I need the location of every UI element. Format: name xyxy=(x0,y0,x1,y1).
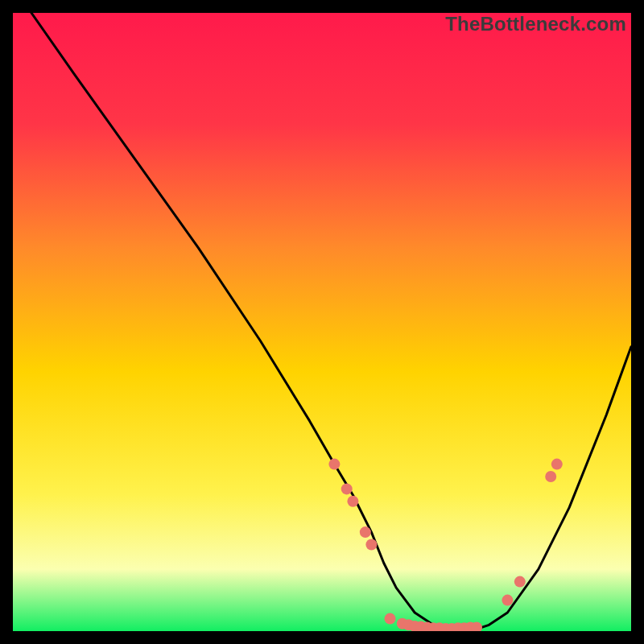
data-point xyxy=(360,526,371,538)
bottleneck-chart xyxy=(13,13,631,631)
data-point xyxy=(328,459,340,470)
chart-frame: TheBottleneck.com xyxy=(13,13,631,631)
data-point xyxy=(514,576,526,588)
gradient-background xyxy=(13,13,631,631)
data-point xyxy=(545,471,556,482)
data-point xyxy=(341,483,353,494)
watermark-label: TheBottleneck.com xyxy=(445,13,626,35)
data-point xyxy=(347,496,358,507)
data-point xyxy=(365,539,377,551)
data-point xyxy=(502,595,513,606)
data-point xyxy=(551,459,563,470)
data-point xyxy=(385,613,396,625)
